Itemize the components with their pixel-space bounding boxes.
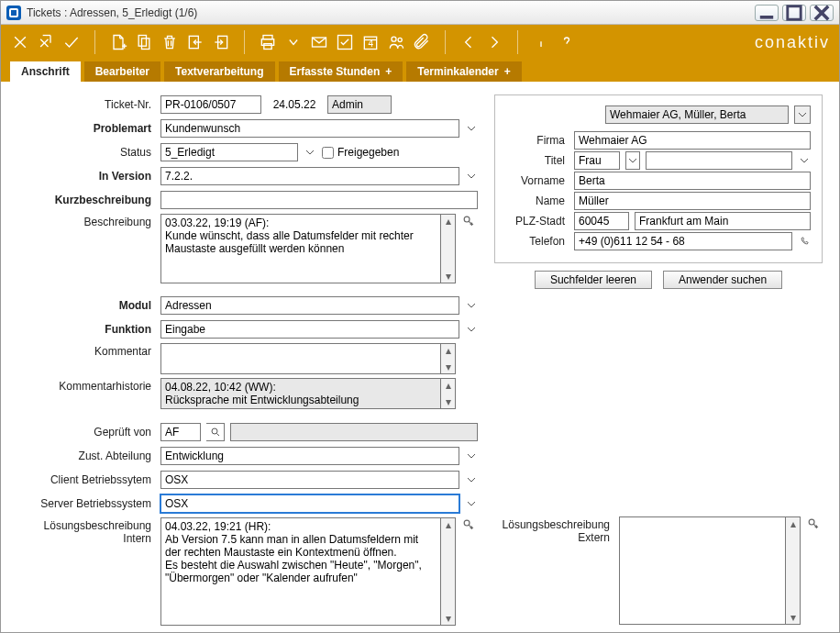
tab-bearbeiter[interactable]: Bearbeiter xyxy=(84,61,160,82)
ticketnr-field[interactable] xyxy=(160,95,261,114)
name-field[interactable] xyxy=(574,192,811,210)
anwender-suchen-button[interactable]: Anwender suchen xyxy=(663,271,782,289)
teams-icon[interactable] xyxy=(386,32,406,52)
firma-field[interactable] xyxy=(574,131,811,150)
status-dropdown[interactable] xyxy=(304,143,316,161)
label-server-os: Server Betriebssystem xyxy=(17,497,155,510)
geprueft-von-field[interactable] xyxy=(160,423,201,441)
loesung-extern-scrollbar[interactable]: ▴▾ xyxy=(786,516,801,625)
toolbar: 4 conaktiv xyxy=(1,25,839,60)
ticket-user-field[interactable] xyxy=(327,95,392,114)
inversion-field[interactable] xyxy=(160,167,459,185)
tab-terminkalender[interactable]: Terminkalender+ xyxy=(406,61,522,82)
copy-doc-icon[interactable] xyxy=(134,32,154,52)
suchfelder-leeren-button[interactable]: Suchfelder leeren xyxy=(535,271,652,289)
inversion-dropdown[interactable] xyxy=(465,167,478,185)
tab-anschrift[interactable]: Anschrift xyxy=(10,61,81,82)
label-titel: Titel xyxy=(506,154,569,167)
window-close-button[interactable] xyxy=(810,5,834,21)
geprueft-von-search-icon[interactable] xyxy=(206,423,225,441)
client-os-dropdown[interactable] xyxy=(465,471,478,489)
loesung-intern-add-icon[interactable] xyxy=(461,517,478,532)
svg-point-41 xyxy=(464,520,470,526)
zust-abteilung-dropdown[interactable] xyxy=(465,447,478,465)
svg-text:4: 4 xyxy=(369,39,374,49)
contact-selector-field[interactable] xyxy=(605,106,789,124)
label-kommentarhistorie: Kommentarhistorie xyxy=(17,378,155,393)
loesung-intern-scrollbar[interactable]: ▴▾ xyxy=(441,517,456,626)
label-problemart: Problemart xyxy=(17,122,155,135)
print-dropdown-icon[interactable] xyxy=(283,32,304,52)
label-zust-abteilung: Zust. Abteilung xyxy=(17,450,155,462)
beschreibung-textarea[interactable] xyxy=(160,214,441,283)
ticket-date: 24.05.22 xyxy=(267,98,322,111)
calendar-icon[interactable]: 4 xyxy=(360,32,381,52)
funktion-field[interactable] xyxy=(160,320,459,339)
new-doc-icon[interactable] xyxy=(108,32,128,52)
beschreibung-add-icon[interactable] xyxy=(461,214,478,228)
kurzbeschreibung-field[interactable] xyxy=(160,191,478,209)
label-inversion: In Version xyxy=(17,170,155,183)
geprueft-von-name-field[interactable] xyxy=(230,423,478,441)
funktion-dropdown[interactable] xyxy=(465,320,478,339)
right-column: Firma Titel Vorname Name xyxy=(494,94,823,625)
label-firma: Firma xyxy=(506,134,569,147)
print-icon[interactable] xyxy=(258,32,278,52)
mail-icon[interactable] xyxy=(309,32,329,52)
help-icon[interactable] xyxy=(557,32,577,52)
info-icon[interactable] xyxy=(531,32,551,52)
label-funktion: Funktion xyxy=(17,323,155,336)
server-os-field[interactable] xyxy=(160,494,459,513)
vorname-field[interactable] xyxy=(574,172,811,190)
titel2-field[interactable] xyxy=(646,151,792,170)
problemart-dropdown[interactable] xyxy=(465,119,478,138)
freigegeben-checkbox[interactable]: Freigegeben xyxy=(322,146,399,159)
beschreibung-scrollbar[interactable]: ▴▾ xyxy=(441,214,456,283)
delete-icon[interactable] xyxy=(160,32,180,52)
tab-textverarbeitung[interactable]: Textverarbeitung xyxy=(164,61,274,82)
app-icon xyxy=(6,6,21,20)
checklist-icon[interactable] xyxy=(335,32,355,52)
titel-field[interactable] xyxy=(574,151,620,170)
kommentar-scrollbar[interactable]: ▴▾ xyxy=(441,343,456,374)
kommentarhistorie-textarea[interactable] xyxy=(160,378,441,409)
titel-dropdown[interactable] xyxy=(625,151,640,170)
label-telefon: Telefon xyxy=(506,235,569,248)
kommentar-textarea[interactable] xyxy=(160,343,441,374)
problemart-field[interactable] xyxy=(160,119,459,138)
export-icon[interactable] xyxy=(211,32,231,52)
content-area: Ticket-Nr. 24.05.22 Problemart Status Fr… xyxy=(1,82,839,632)
label-ticketnr: Ticket-Nr. xyxy=(17,98,155,111)
status-field[interactable] xyxy=(160,143,298,161)
tab-erfasste-stunden[interactable]: Erfasste Stunden+ xyxy=(279,61,403,82)
svg-point-30 xyxy=(392,37,396,41)
attachment-icon[interactable] xyxy=(412,32,432,52)
contact-selector-dropdown[interactable] xyxy=(794,106,811,124)
plz-field[interactable] xyxy=(574,212,629,230)
label-loesung-extern: LösungsbeschreibungExtern xyxy=(494,516,613,544)
cancel-all-icon[interactable] xyxy=(36,32,56,52)
client-os-field[interactable] xyxy=(160,471,459,489)
next-icon[interactable] xyxy=(484,32,504,52)
prev-icon[interactable] xyxy=(459,32,479,52)
stadt-field[interactable] xyxy=(635,212,811,230)
phone-icon[interactable] xyxy=(798,232,811,250)
plus-icon: + xyxy=(385,65,392,78)
import-icon[interactable] xyxy=(185,32,205,52)
titel2-dropdown[interactable] xyxy=(798,151,811,170)
modul-dropdown[interactable] xyxy=(465,296,478,315)
loesung-extern-add-icon[interactable] xyxy=(806,516,823,531)
window-minimize-button[interactable] xyxy=(755,5,779,21)
kommentarhistorie-scrollbar[interactable]: ▴▾ xyxy=(441,378,456,409)
cancel-icon[interactable] xyxy=(10,32,30,52)
window-maximize-button[interactable] xyxy=(782,5,806,21)
telefon-field[interactable] xyxy=(574,232,792,250)
confirm-icon[interactable] xyxy=(61,32,82,52)
loesung-intern-textarea[interactable] xyxy=(160,517,441,626)
loesung-extern-textarea[interactable] xyxy=(619,516,786,625)
zust-abteilung-field[interactable] xyxy=(160,447,459,465)
titlebar: Tickets : Adressen, 5_Erledigt (1/6) xyxy=(1,1,839,25)
tab-bar: Anschrift Bearbeiter Textverarbeitung Er… xyxy=(1,60,839,82)
modul-field[interactable] xyxy=(160,296,459,315)
server-os-dropdown[interactable] xyxy=(465,494,478,513)
